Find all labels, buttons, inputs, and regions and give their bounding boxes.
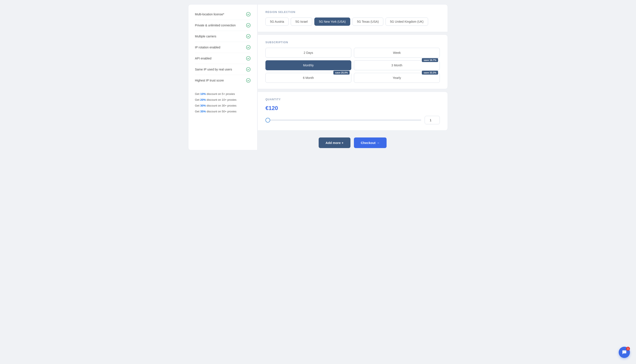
discounts-section: Get 10% discount on 5+ proxiesGet 20% di…: [195, 89, 251, 114]
footer-row: Add more + Checkout →: [257, 133, 448, 150]
check-icon: [246, 45, 251, 50]
region-card: REGION SELECTION 5G Austria5G Israel5G N…: [257, 4, 448, 32]
check-icon: [246, 34, 251, 39]
sub-option-6month: save 25.0%6 Month: [265, 73, 351, 83]
feature-label: Same IP used by real users: [195, 68, 232, 71]
page-wrapper: Multi-location license* Private & unlimi…: [188, 4, 448, 150]
save-badge-yearly: save 33.3%: [422, 71, 438, 74]
svg-point-1: [246, 23, 250, 27]
region-btn-new-york[interactable]: 5G New York (USA): [314, 18, 350, 26]
save-badge-6month: save 25.0%: [333, 71, 350, 74]
left-panel: Multi-location license* Private & unlimi…: [188, 4, 257, 150]
check-icon: [246, 56, 251, 61]
quantity-card: QUANTITY €120: [257, 92, 448, 130]
sub-option-week: Week: [354, 48, 440, 58]
save-badge-3month: save 16.7%: [422, 58, 438, 62]
quantity-title: QUANTITY: [265, 98, 440, 101]
feature-item-api-enabled: API enabled: [195, 53, 251, 64]
subscription-grid: 2 DaysWeekMonthlysave 16.7%3 Monthsave 2…: [265, 48, 440, 83]
svg-point-4: [246, 56, 250, 60]
feature-item-multi-location: Multi-location license*: [195, 9, 251, 20]
sub-option-2days: 2 Days: [265, 48, 351, 58]
check-icon: [246, 12, 251, 17]
feature-label: Private & unlimited connection: [195, 24, 236, 27]
subscription-card: SUBSCRIPTION 2 DaysWeekMonthlysave 16.7%…: [257, 34, 448, 89]
feature-item-same-ip: Same IP used by real users: [195, 64, 251, 75]
chat-notification-badge: 1: [626, 347, 630, 350]
quantity-input[interactable]: [425, 116, 440, 124]
add-more-button[interactable]: Add more +: [319, 138, 351, 148]
check-icon: [246, 78, 251, 83]
slider-row: [265, 116, 440, 124]
feature-label: Highest IP trust score: [195, 79, 224, 82]
check-icon: [246, 67, 251, 72]
sub-btn-week[interactable]: Week: [354, 48, 440, 58]
discount-row-d3: Get 30% discount on 30+ proxies: [195, 103, 251, 108]
discounts-list: Get 10% discount on 5+ proxiesGet 20% di…: [195, 91, 251, 114]
chat-bubble[interactable]: 1: [619, 347, 630, 358]
chat-icon: [622, 350, 627, 355]
region-btn-israel[interactable]: 5G Israel: [291, 18, 312, 26]
sub-option-yearly: save 33.3%Yearly: [354, 73, 440, 83]
svg-point-5: [246, 68, 250, 71]
region-btn-austria[interactable]: 5G Austria: [265, 18, 288, 26]
sub-option-monthly: Monthly: [265, 60, 351, 70]
sub-btn-2days[interactable]: 2 Days: [265, 48, 351, 58]
feature-label: API enabled: [195, 57, 211, 60]
sub-option-3month: save 16.7%3 Month: [354, 60, 440, 70]
feature-item-ip-rotation: IP rotation enabled: [195, 42, 251, 53]
feature-label: Multi-location license*: [195, 12, 224, 16]
svg-point-0: [246, 12, 250, 16]
svg-point-3: [246, 46, 250, 49]
region-grid: 5G Austria5G Israel5G New York (USA)5G T…: [265, 18, 440, 26]
right-panel: REGION SELECTION 5G Austria5G Israel5G N…: [257, 4, 448, 150]
feature-label: Multiple carriers: [195, 34, 216, 38]
quantity-slider[interactable]: [265, 120, 421, 120]
price-label: €120: [265, 105, 440, 112]
region-btn-texas[interactable]: 5G Texas (USA): [352, 18, 383, 26]
svg-point-2: [246, 34, 250, 38]
discount-row-d4: Get 35% discount on 50+ proxies: [195, 108, 251, 114]
region-btn-uk[interactable]: 5G United Kingdom (UK): [386, 18, 428, 26]
discount-row-d2: Get 20% discount on 10+ proxies: [195, 97, 251, 103]
svg-point-6: [246, 78, 250, 82]
subscription-title: SUBSCRIPTION: [265, 41, 440, 44]
check-icon: [246, 23, 251, 28]
sub-btn-monthly[interactable]: Monthly: [265, 60, 351, 70]
feature-item-private-connection: Private & unlimited connection: [195, 20, 251, 31]
discount-row-d1: Get 10% discount on 5+ proxies: [195, 91, 251, 97]
features-list: Multi-location license* Private & unlimi…: [195, 9, 251, 86]
checkout-button[interactable]: Checkout →: [354, 138, 387, 148]
feature-item-multiple-carriers: Multiple carriers: [195, 31, 251, 42]
feature-label: IP rotation enabled: [195, 46, 220, 49]
feature-item-highest-trust: Highest IP trust score: [195, 75, 251, 86]
region-title: REGION SELECTION: [265, 10, 440, 14]
